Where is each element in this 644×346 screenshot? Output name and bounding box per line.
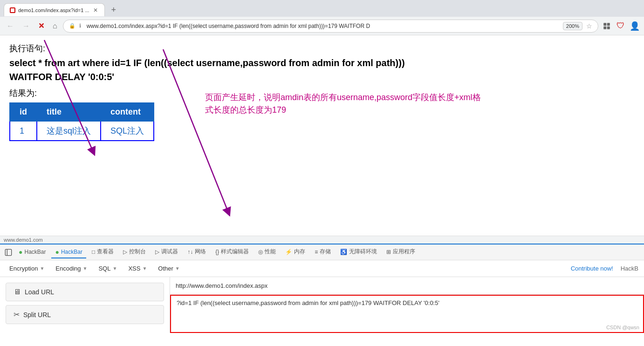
address-bar[interactable]: 🔒 ℹ www.demo1.com/index.aspx?id=1 IF (le… [63,20,598,33]
profile-icon[interactable]: 👤 [629,20,640,32]
hackbar-menu-encoding[interactable]: Encoding ▼ [52,263,91,274]
new-tab-button[interactable]: + [109,4,119,16]
info-icon: ℹ [79,23,81,29]
cell-title: 这是sql注入 [37,121,101,141]
devtools-tab-application[interactable]: ⊞ 应用程序 [383,246,419,258]
devtools-tab-debugger[interactable]: ▷ 调试器 [151,246,182,258]
hackbar1-icon: ● [19,248,22,256]
exec-label: 执行语句: [9,43,635,54]
back-button[interactable]: ← [4,20,17,32]
debugger-icon: ▷ [155,249,159,255]
devtools-tab-hackbar2[interactable]: ● HackBar [51,246,86,258]
stop-button[interactable]: ✕ [35,20,47,32]
tab-bar: demo1.com/index.aspx?id=1 ... ✕ + [0,0,644,17]
devtools-tab-accessibility[interactable]: ♿ 无障碍环境 [336,246,381,258]
storage-icon: ≡ [315,249,318,255]
devtools-tab-memory[interactable]: ⚡ 内存 [281,246,309,258]
devtools-inspect-icon[interactable] [4,248,13,257]
svg-rect-2 [603,26,606,29]
split-url-icon: ✂ [14,310,20,319]
xss-label: XSS [128,265,140,272]
hackbar-query-box[interactable]: ?id=1 IF (len((select username,password … [170,295,644,333]
inspector-label: 查看器 [97,248,114,256]
devtools-tab-hackbar1[interactable]: ● HackBar [15,246,49,258]
hackbar2-icon: ● [55,248,59,256]
forward-button[interactable]: → [20,20,33,32]
hackbar-menu-other[interactable]: Other ▼ [154,263,183,274]
result-table: id title content 1 这是sql注入 SQL注入 [9,102,154,141]
bookmark-icon[interactable]: ☆ [586,22,592,30]
split-url-label: Split URL [23,311,51,319]
svg-rect-8 [5,249,11,255]
memory-label: 内存 [294,248,305,256]
hackbar-right-panel: http://www.demo1.com/index.aspx ?id=1 IF… [170,277,644,333]
load-url-button[interactable]: 🖥 Load URL [6,283,164,301]
hackbar-left-panel: 🖥 Load URL ✂ Split URL [0,277,170,333]
browser-tab[interactable]: demo1.com/index.aspx?id=1 ... ✕ [4,3,105,16]
other-label: Other [158,265,173,272]
hackbar-query-text: ?id=1 IF (len((select username,password … [177,299,439,306]
sql-arrow: ▼ [112,266,117,271]
encryption-arrow: ▼ [40,266,44,271]
hackbar-brand: HackB [621,265,638,272]
network-icon: ↑↓ [187,249,193,255]
address-text: www.demo1.com/index.aspx?id=1 IF (len((s… [87,23,559,29]
devtools-tab-console[interactable]: ▷ 控制台 [119,246,150,258]
debugger-label: 调试器 [161,248,178,256]
hackbar-url-display[interactable]: http://www.demo1.com/index.aspx [170,277,644,295]
devtools-tab-performance[interactable]: ◎ 性能 [254,246,280,258]
devtools-tab-style-editor[interactable]: {} 样式编辑器 [212,246,253,258]
exec-sql: select * from art where id=1 IF (len((se… [9,56,635,84]
encoding-arrow: ▼ [83,266,88,271]
col-header-title: title [37,103,101,121]
hackbar-toolbar: Encryption ▼ Encoding ▼ SQL ▼ XSS ▼ Othe… [0,260,644,277]
tab-favicon [10,7,15,13]
hackbar-menu-sql[interactable]: SQL ▼ [95,263,121,274]
page-content: 执行语句: select * from art where id=1 IF (l… [0,35,644,236]
application-label: 应用程序 [393,248,415,256]
network-label: 网络 [195,248,206,256]
hackbar-url-text: http://www.demo1.com/index.aspx [176,282,267,289]
contribute-text[interactable]: Contribute now! [571,265,613,272]
devtools-tab-storage[interactable]: ≡ 存储 [311,246,335,258]
watermark-text: CSDN @qwsn [606,325,639,330]
extensions-icon[interactable] [601,20,612,32]
table-row: 1 这是sql注入 SQL注入 [10,121,154,141]
cell-content: SQL注入 [101,121,154,141]
style-editor-label: 样式编辑器 [221,248,249,256]
svg-rect-3 [607,26,610,29]
style-editor-icon: {} [215,249,219,255]
xss-arrow: ▼ [142,266,147,271]
col-header-content: content [101,103,154,121]
navigation-bar: ← → ✕ ⌂ 🔒 ℹ www.demo1.com/index.aspx?id=… [0,17,644,35]
hackbar1-label: HackBar [24,249,46,255]
devtools-tab-inspector[interactable]: □ 查看器 [88,246,117,258]
cell-id: 1 [10,121,37,141]
zoom-badge[interactable]: 200% [563,22,582,30]
sql-label: SQL [98,265,110,272]
hackbar2-label: HackBar [61,249,82,255]
home-button[interactable]: ⌂ [50,20,60,32]
shield-icon[interactable]: 🛡 [615,20,626,32]
performance-label: 性能 [265,248,276,256]
accessibility-icon: ♿ [340,249,347,255]
tab-title: demo1.com/index.aspx?id=1 ... [18,7,89,13]
other-arrow: ▼ [175,266,180,271]
performance-icon: ◎ [258,249,263,255]
tab-close-button[interactable]: ✕ [92,7,99,14]
hackbar-main: 🖥 Load URL ✂ Split URL http://www.demo1.… [0,277,644,333]
devtools-tab-network[interactable]: ↑↓ 网络 [184,246,210,258]
col-header-id: id [10,103,37,121]
console-label: 控制台 [129,248,146,256]
load-url-label: Load URL [25,288,54,296]
split-url-button[interactable]: ✂ Split URL [6,305,164,324]
accessibility-label: 无障碍环境 [349,248,377,256]
hackbar-menu-xss[interactable]: XSS ▼ [124,263,151,274]
encryption-label: Encryption [9,265,38,272]
devtools-bar: ● HackBar ● HackBar □ 查看器 ▷ 控制台 ▷ 调试器 ↑↓… [0,244,644,260]
application-icon: ⊞ [386,249,391,255]
encoding-label: Encoding [55,265,81,272]
annotation-text: 页面产生延时，说明amdin表的所有username,password字段值长度… [205,91,481,116]
status-text: www.demo1.com [4,237,43,243]
hackbar-menu-encryption[interactable]: Encryption ▼ [6,263,48,274]
